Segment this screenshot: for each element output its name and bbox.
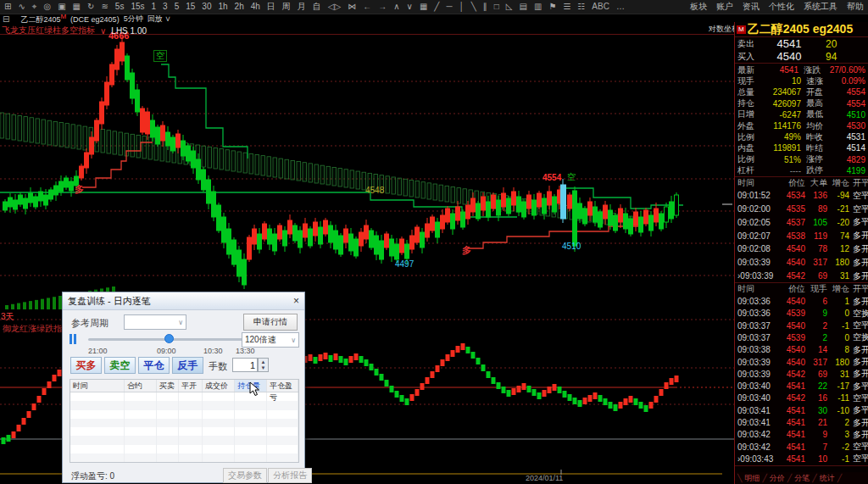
indicator-scale-label: LHS 1.00 (111, 26, 147, 36)
tick-detail-table[interactable]: 时间价位现手增仓开平09:03:36454061多开09:03:36453990… (735, 283, 868, 465)
ask-label: 卖出 (735, 38, 763, 50)
tick-price: 4540 (780, 321, 809, 331)
slider-tick-1030: 10:30 (203, 347, 223, 355)
analysis-report-button[interactable]: 分析报告 (268, 468, 312, 483)
trade-log-empty-row (70, 419, 298, 427)
trade-button-买多[interactable]: 买多 (70, 357, 102, 374)
log-col-买卖[interactable]: 买卖 (157, 380, 179, 392)
tick-time: 09:03:38 (737, 345, 780, 354)
tick-row[interactable]: 09:03:4245417-2空平 (735, 441, 868, 453)
quote-value: 0.09% (833, 76, 868, 86)
tick-row[interactable]: 09:03:36454061多开 (735, 295, 868, 307)
tick-time: 09:03:41 (737, 406, 780, 415)
tick-row[interactable]: 09:02:0845407812多开 (735, 242, 868, 256)
speed-dropdown[interactable]: 120倍速∨ (242, 332, 299, 348)
tick-row[interactable]: 09:03:40454216-11空平 (735, 392, 868, 404)
tick-open-close-flag: 多开 (853, 270, 868, 282)
tick-open-close-flag: 多开 (853, 368, 868, 380)
tick-row[interactable]: 09:02:054537105-20多平 (735, 215, 868, 229)
trade-button-平仓[interactable]: 平仓 (138, 357, 170, 374)
menu-资讯[interactable]: 资讯 (743, 1, 760, 13)
tick-price: 4539 (780, 309, 809, 318)
floating-pl-label: 浮动盈亏: 0 (71, 470, 114, 482)
quote-value: 4199 (833, 166, 868, 175)
tab-分笔[interactable]: 分笔 (794, 473, 810, 484)
tick-time: 09:02:00 (737, 204, 780, 214)
menu-系统工具[interactable]: 系统工具 (804, 1, 837, 13)
log-col-合约[interactable]: 合约 (125, 380, 157, 392)
menu-帮助[interactable]: 帮助 (847, 1, 864, 13)
chevron-down-icon[interactable]: ∨ (100, 26, 106, 36)
tick-row[interactable]: 09:02:00453589-21空平 (735, 203, 868, 216)
tick-row[interactable]: 09:03:384540148多开 (735, 344, 868, 356)
short-signal-label-2: 空 (567, 172, 576, 182)
lots-input[interactable]: 1 (232, 358, 258, 372)
quote-panel-title[interactable]: M 乙二醇2405 eg2405 (735, 22, 868, 37)
close-icon[interactable]: × (293, 295, 299, 307)
tick-row[interactable]: 09:03:3945426931多开 (735, 368, 868, 380)
tick-row[interactable]: 09:03:41454130-10多平 (735, 404, 868, 416)
tick-row[interactable]: 09:03:40454122-17多平 (735, 381, 868, 392)
tab-统计[interactable]: 统计 (820, 473, 835, 484)
quote-label: 涨跌 (798, 64, 830, 76)
ask-price: 4541 (763, 37, 815, 50)
spin-up-icon[interactable]: ▲ (261, 359, 266, 365)
log-col-成交价[interactable]: 成交价 (203, 380, 235, 392)
tick-price: 4542 (780, 393, 809, 403)
quote-value: ---- (763, 166, 801, 175)
tick-row[interactable]: 09:03:394540317180多开 (735, 256, 868, 270)
trade-log-empty-row (70, 453, 298, 462)
reference-period-dropdown[interactable]: ∨ (124, 314, 186, 330)
tick-oi-change: -94 (831, 191, 853, 200)
log-col-平开[interactable]: 平开 (179, 380, 203, 392)
tick-row[interactable]: 09:01:524534136-94空平 (735, 189, 868, 203)
tick-price: 4542 (780, 370, 809, 379)
trade-log-header[interactable]: 时间合约买卖平开成交价持仓量平仓盈亏 (70, 380, 298, 392)
trade-log-empty-row (70, 436, 298, 444)
tab-分价[interactable]: 分价 (770, 473, 785, 484)
tab-明细[interactable]: 明细 (744, 473, 760, 484)
log-col-时间[interactable]: 时间 (70, 380, 125, 392)
trade-params-button[interactable]: 交易参数 (223, 468, 267, 483)
tick-open-close-flag: 空平 (853, 190, 868, 202)
quote-label: 开盘 (801, 86, 833, 98)
tick-row[interactable]: 09:03:394540317180多开 (735, 356, 868, 368)
slider-tick-1330: 13:30 (236, 347, 255, 355)
quote-grid: 最新4541涨跌27/0.60%现手10速涨0.09%总量234067开盘455… (735, 64, 868, 177)
tick-row[interactable]: 09:03:414541212多开 (735, 416, 868, 428)
tick-row[interactable]: 09:03:3745402-1空平 (735, 320, 868, 331)
quote-label: 跌停 (801, 164, 833, 176)
tick-price: 4538 (780, 231, 809, 241)
request-quotes-button[interactable]: 申请行情 (243, 314, 298, 331)
tick-volume: 14 (809, 345, 831, 354)
tick-row[interactable]: 09:03:36453990空换 (735, 308, 868, 320)
ask-row[interactable]: 卖出 4541 20 (735, 37, 868, 50)
tick-col-开平: 开平 (853, 177, 868, 189)
log-col-平仓盈亏[interactable]: 平仓盈亏 (267, 380, 298, 392)
bid-row[interactable]: 买入 4540 94 (735, 50, 868, 63)
tick-row[interactable]: 09:03:42454193多开 (735, 429, 868, 441)
dialog-titlebar[interactable]: 复盘训练 - 日内逐笔 × (63, 292, 304, 310)
tick-row[interactable]: ›09:03:3945426931多开 (735, 270, 868, 283)
slider-thumb[interactable] (164, 334, 174, 343)
lots-stepper[interactable]: ▲▼ (258, 358, 269, 372)
tick-row[interactable]: 09:02:07453811974多开 (735, 229, 868, 242)
trade-button-卖空[interactable]: 卖空 (104, 357, 136, 374)
tick-price: 4539 (780, 333, 809, 342)
replay-training-dialog: 复盘训练 - 日内逐笔 × 参考周期 ∨ 申请行情 120倍速∨ 21:00 0… (62, 292, 305, 483)
tick-volume: 317 (809, 258, 831, 267)
main-indicator-title[interactable]: 飞龙支压红绿柱多空指标∨ LHS 1.00 (2, 25, 147, 36)
spin-down-icon[interactable]: ▼ (261, 365, 266, 371)
trade-button-反手[interactable]: 反手 (172, 357, 203, 374)
quote-label: 昨结 (801, 142, 833, 154)
trade-log-table[interactable]: 时间合约买卖平开成交价持仓量平仓盈亏 (70, 379, 299, 463)
quote-label: 总量 (735, 86, 763, 98)
big-order-tick-table[interactable]: 时间价位大单增仓开平09:01:524534136-94空平09:02:0045… (735, 177, 868, 284)
menu-个性化[interactable]: 个性化 (769, 1, 794, 13)
quote-label: 比例 (735, 131, 763, 143)
tick-row[interactable]: ›09:03:43454110-1空平 (735, 453, 868, 465)
tick-open-close-flag: 多平 (853, 381, 868, 392)
pause-icon[interactable] (70, 334, 78, 344)
tick-oi-change: -1 (831, 321, 853, 331)
tick-row[interactable]: 09:03:37453920空换 (735, 331, 868, 343)
